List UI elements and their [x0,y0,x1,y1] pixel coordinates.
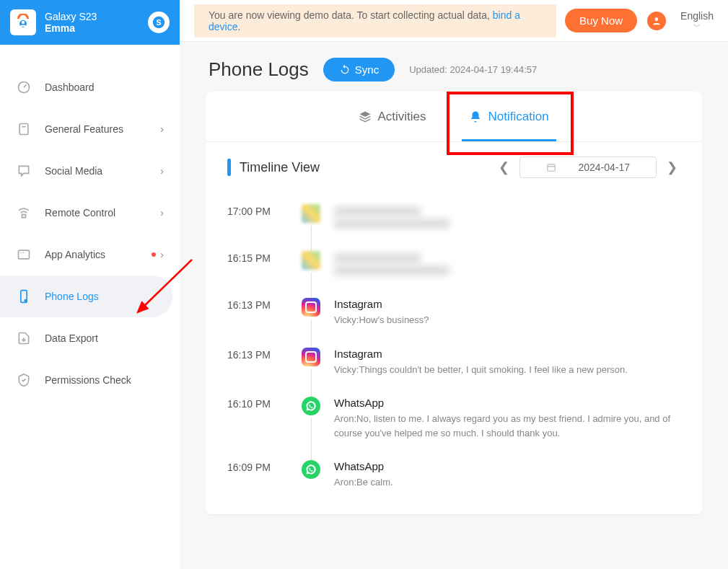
buy-now-button[interactable]: Buy Now [565,9,637,32]
sidebar-item-data-export[interactable]: Data Export [0,317,180,359]
sync-label: Sync [355,63,379,76]
svg-point-12 [24,299,27,302]
page-title: Phone Logs [209,58,309,81]
chevron-down-icon: ﹀ [680,22,714,32]
entry-text: Vicky:Things couldn't be better, I quit … [334,363,680,377]
nav-icon [16,330,32,346]
sidebar: Galaxy S23 Emma S DashboardGeneral Featu… [0,0,180,569]
page-header: Phone Logs Sync Updated: 2024-04-17 19:4… [180,42,728,92]
sync-button[interactable]: Sync [323,58,395,81]
sidebar-item-remote-control[interactable]: Remote Control› [0,192,180,234]
entry-app: WhatsApp [334,460,680,472]
sidebar-item-general-features[interactable]: General Features› [0,108,180,150]
bell-icon [469,110,482,123]
instagram-icon [302,348,320,366]
entry-time: 16:15 PM [227,251,298,278]
entry-app: Instagram [334,348,680,360]
timeline-entry: 16:10 PMWhatsAppAron:No, listen to me. I… [227,387,680,450]
sidebar-item-app-analytics[interactable]: App Analytics› [0,234,180,275]
svg-point-1 [22,21,25,24]
nav-label: Remote Control [45,207,160,219]
svg-rect-14 [548,164,556,171]
entry-text: Aron:Be calm. [334,475,680,490]
date-picker[interactable]: 2024-04-17 [519,156,657,178]
accent-bar [227,159,231,176]
svg-point-9 [20,252,22,254]
language-selector[interactable]: English ﹀ [680,10,714,32]
entry-text: Vicky:How's business? [334,313,680,327]
sidebar-item-phone-logs[interactable]: Phone Logs [0,275,172,317]
entry-icon-col [298,397,324,440]
svg-point-13 [655,17,659,21]
sidebar-item-social-media[interactable]: Social Media› [0,150,180,192]
entry-icon-col [298,251,324,278]
timeline-entry: 16:15 PM [227,241,680,288]
chevron-right-icon: › [160,123,164,135]
chevron-right-icon: › [160,207,164,219]
nav-icon [16,79,32,95]
timeline-entry: 16:09 PMWhatsAppAron:Be calm. [227,450,680,500]
entry-time: 16:13 PM [227,298,298,327]
entry-app: Instagram [334,298,680,310]
date-prev-button[interactable]: ❮ [496,156,512,178]
entry-body [324,204,680,231]
nav-icon [16,247,32,263]
tab-notification[interactable]: Notification [447,92,570,141]
billing-icon[interactable]: S [148,12,170,33]
entry-time: 17:00 PM [227,204,298,231]
content-card: Activities Notification Timeline View ❮ … [206,92,702,514]
nav-icon [16,205,32,221]
app-logo-icon [10,9,36,35]
demo-banner: You are now viewing demo data. To start … [194,4,556,38]
whatsapp-icon [302,460,320,479]
tab-activities-label: Activities [377,110,426,124]
timeline-entry: 16:13 PMInstagramVicky:How's business? [227,288,680,338]
entry-body: InstagramVicky:Things couldn't be better… [324,348,680,377]
user-avatar-icon[interactable] [647,12,666,30]
nav-label: App Analytics [45,249,152,260]
entry-body: WhatsAppAron:No, listen to me. I always … [324,397,680,440]
whatsapp-icon [302,397,320,415]
main: You are now viewing demo data. To start … [180,0,728,569]
sidebar-item-permissions-check[interactable]: Permissions Check [0,359,180,401]
timeline-list: 17:00 PM16:15 PM16:13 PMInstagramVicky:H… [206,187,702,514]
app-icon-blurred [302,251,320,270]
entry-body [324,251,680,278]
entry-icon-col [298,204,324,231]
svg-text:S: S [156,18,161,27]
entry-body: InstagramVicky:How's business? [324,298,680,327]
top-bar: You are now viewing demo data. To start … [180,0,728,42]
date-next-button[interactable]: ❯ [664,156,680,178]
entry-icon-col [298,298,324,327]
calendar-icon [546,162,556,172]
nav-icon [16,288,32,304]
timeline-title: Timeline View [240,160,496,175]
chevron-right-icon: › [160,249,164,260]
demo-text-2: . [237,21,240,32]
nav-icon [16,163,32,179]
app-icon-blurred [302,204,320,223]
entry-icon-col [298,348,324,377]
sidebar-header: Galaxy S23 Emma S [0,0,180,45]
nav-icon [16,372,32,388]
device-name: Galaxy S23 [45,11,148,22]
layers-icon [359,110,372,123]
sidebar-nav: DashboardGeneral Features›Social Media›R… [0,45,180,401]
svg-rect-5 [19,124,28,135]
entry-time: 16:10 PM [227,397,298,440]
tab-notification-label: Notification [488,110,548,124]
nav-label: Permissions Check [45,374,164,386]
svg-point-10 [22,252,24,254]
svg-rect-7 [22,215,26,218]
date-nav: ❮ 2024-04-17 ❯ [496,156,680,178]
tab-activities[interactable]: Activities [337,92,447,141]
sidebar-item-dashboard[interactable]: Dashboard [0,66,180,108]
entry-text: Aron:No, listen to me. I always regard y… [334,412,680,440]
nav-label: General Features [45,123,160,135]
nav-label: Phone Logs [45,291,157,302]
demo-text: You are now viewing demo data. To start … [209,9,493,21]
entry-body: WhatsAppAron:Be calm. [324,460,680,490]
nav-label: Social Media [45,165,160,177]
date-value: 2024-04-17 [578,162,630,173]
user-name: Emma [45,22,148,34]
